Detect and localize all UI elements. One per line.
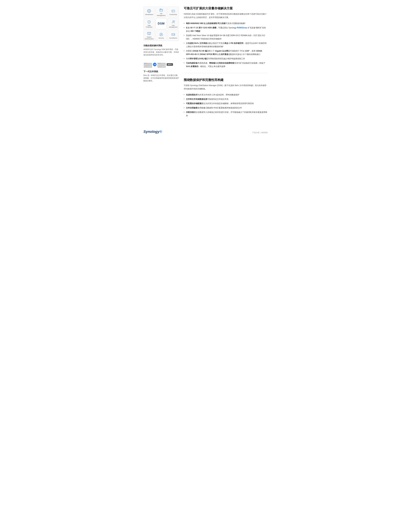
section2: 围绕数据保护和完整性而构建 可借助 Synology DiskStation M… xyxy=(184,78,268,117)
bullet-5: 内置双 10GbE RJ-45 端口和三个 Gigabit 以太网口可借助四个 … xyxy=(184,49,268,56)
fs-section: 下一代文件系统 Btrfs 是一种现代化文件系统，旨在通过元数据镜像、文件自我修… xyxy=(143,70,179,82)
svg-rect-4 xyxy=(160,9,161,9)
user-management-icon xyxy=(171,20,176,24)
dsm-cell-surveillance: Surveillance xyxy=(168,30,179,41)
section1-bullets: 每秒 6688/6662 MB 以上的连续读取/写入性能可支持大型数据传输量² … xyxy=(184,22,268,68)
data-protection-icon xyxy=(147,20,151,24)
dsm-cell-productivity: Productivity xyxy=(168,6,179,18)
section2-intro: 可借助 Synology DiskStation Manager (DSM)（基… xyxy=(184,84,268,91)
bullet-1: 每秒 6688/6662 MB 以上的连续读取/写入性能可支持大型数据传输量² xyxy=(184,22,268,25)
left-column: Virtualization File Management xyxy=(143,6,179,118)
meta-label: META xyxy=(167,63,173,66)
arrow-connector xyxy=(153,63,157,66)
section2-heading: 围绕数据保护和完整性而构建 xyxy=(184,78,268,82)
surveillance-label: Surveillance xyxy=(169,37,177,39)
svg-rect-31 xyxy=(158,64,165,67)
productivity-label: Productivity xyxy=(169,14,177,16)
system-admin-icon xyxy=(147,31,151,36)
svg-point-13 xyxy=(174,21,175,21)
bullet-3-text: 凭借双 Intel Xeon Silver 10 核处理器和 64 GB 内置 … xyxy=(186,34,265,40)
bullet-5-text: 内置双 10GbE RJ-45 端口和三个 Gigabit 以太网口可借助四个 … xyxy=(186,50,262,56)
dsm-cell-user-management: User Management xyxy=(168,18,179,29)
fs-body: Btrfs 是一种现代化文件系统，旨在通过元数据镜像、文件自我修复和快速快照复制… xyxy=(143,74,179,82)
page-footer: Synology® 产品介绍｜HD6500 xyxy=(143,128,268,134)
surveillance-icon xyxy=(171,32,176,37)
bullet-6: 专用带外管理 (OOB) 端口可帮助系统管理员减少维护和故障排除工作 xyxy=(184,57,268,60)
s2-bullet-3-text: 可配置的存储配额通过为共享文件夹指定存储限制，来帮助管理员管理可用空间 xyxy=(186,102,254,105)
svg-point-23 xyxy=(172,34,173,35)
virtualization-label: Virtualization xyxy=(145,14,153,16)
security-icon xyxy=(159,32,163,37)
footer-tagline: 产品介绍｜HD6500 xyxy=(252,131,268,134)
svg-point-12 xyxy=(173,21,174,22)
svg-point-21 xyxy=(161,34,162,35)
os-title: 功能全面的操作系统 xyxy=(143,44,179,47)
dsm-cell-virtualization: Virtualization xyxy=(143,6,155,18)
synology-logo-text: Synology® xyxy=(143,130,162,134)
bullet-4-text: 其先进的 Btrfs 文件系统在默认情况下可支持高达 1 PB 的存储空间，使您… xyxy=(186,42,267,48)
s2-bullet-1: 先进快照技术为共享文件夹和 LUN 提供定时、即时的数据保护 xyxy=(184,93,268,96)
s2-bullet-2: 文件和文件夹级数据还原可恢复特定文件或文件夹 xyxy=(184,97,268,101)
svg-rect-22 xyxy=(172,34,174,36)
dsm-logo-icon: DSM xyxy=(159,21,163,26)
s2-bullet-5: 内联压缩通过在数据写入存储池之前对其进行压缩，尽可能地减少了存储消耗并延长硬盘使… xyxy=(184,111,268,117)
s2-bullet-1-text: 先进快照技术为共享文件夹和 LUN 提供定时、即时的数据保护 xyxy=(186,94,239,96)
s2-bullet-4-text: 文件自我修复使用镜像元数据和 RAID 配置检测并恢复损坏的文件 xyxy=(186,107,242,109)
dsm-grid: Virtualization File Management xyxy=(143,6,179,41)
s2-bullet-4: 文件自我修复使用镜像元数据和 RAID 配置检测并恢复损坏的文件 xyxy=(184,106,268,110)
svg-rect-3 xyxy=(160,9,163,11)
bullet-7: 冗余电源设备和系统风扇、网络端口之间的自动故障转移支持与扩充设备的冗余链路（得益… xyxy=(184,61,268,68)
file-management-label: File Management xyxy=(156,13,166,17)
bullet-2: 配备 60 个 3.5 英寸 SAS HDD 插槽，可通过四台 Synology… xyxy=(184,26,268,33)
bullet-1-text: 每秒 6688/6662 MB 以上的连续读取/写入性能可支持大型数据传输量² xyxy=(186,22,245,25)
dsm-logo-text: DSM xyxy=(158,22,165,25)
data-protection-label: Data Protection xyxy=(144,25,154,28)
os-section: 功能全面的操作系统 HD6500 运行 Synology DSM 操作系统，可提… xyxy=(143,44,179,57)
bullet-3: 凭借双 Intel Xeon Silver 10 核处理器和 64 GB 内置 … xyxy=(184,34,268,41)
section2-bullets: 先进快照技术为共享文件夹和 LUN 提供定时、即时的数据保护 文件和文件夹级数据… xyxy=(184,93,268,117)
bullet-6-text: 专用带外管理 (OOB) 端口可帮助系统管理员减少维护和故障排除工作 xyxy=(186,57,245,60)
page-layout: Virtualization File Management xyxy=(143,6,268,118)
folder-left-icon xyxy=(143,61,152,68)
dsm-cell-security: Security xyxy=(156,30,167,41)
bullet-2-text: 配备 60 个 3.5 英寸 SAS HDD 插槽，可通过四台 Synology… xyxy=(186,27,266,32)
s2-bullet-2-text: 文件和文件夹级数据还原可恢复特定文件或文件夹 xyxy=(186,98,229,100)
virtualization-icon xyxy=(147,9,151,13)
svg-rect-6 xyxy=(172,10,175,12)
security-label: Security xyxy=(159,37,164,39)
dsm-cell-file-management: File Management xyxy=(156,6,167,18)
folder-right-icon xyxy=(157,61,166,68)
svg-rect-25 xyxy=(144,64,151,67)
right-column: 可靠且可扩展的大容量存储解决方案 HD6500 具备大容量和极高可扩展性，对于希… xyxy=(184,6,268,118)
section1: 可靠且可扩展的大容量存储解决方案 HD6500 具备大容量和极高可扩展性，对于希… xyxy=(184,6,268,68)
user-management-label: User Management xyxy=(168,25,178,28)
dsm-cell-data-protection: Data Protection xyxy=(143,18,155,29)
file-management-icon xyxy=(159,8,163,12)
dsm-cell-logo: DSM xyxy=(156,18,167,29)
file-sys-graphic: META xyxy=(143,61,179,68)
dsm-cell-system-admin: System Administration xyxy=(143,30,155,41)
section1-heading: 可靠且可扩展的大容量存储解决方案 xyxy=(184,6,268,10)
s2-bullet-3: 可配置的存储配额通过为共享文件夹指定存储限制，来帮助管理员管理可用空间 xyxy=(184,102,268,105)
arrow-dot-icon xyxy=(153,63,157,66)
synology-logo: Synology® xyxy=(143,130,162,134)
s2-bullet-5-text: 内联压缩通过在数据写入存储池之前对其进行压缩，尽可能地减少了存储消耗并延长硬盘使… xyxy=(186,111,267,117)
os-body: HD6500 运行 Synology DSM 操作系统，可提供强大的存储、高效的… xyxy=(143,48,179,57)
productivity-icon xyxy=(171,9,176,13)
section1-intro: HD6500 具备大容量和极高可扩展性，对于希望将其热和冷数据存储整合到单个高度… xyxy=(184,12,268,19)
fs-title: 下一代文件系统 xyxy=(143,70,179,73)
bullet-4: 其先进的 Btrfs 文件系统在默认情况下可支持高达 1 PB 的存储空间，使您… xyxy=(184,42,268,48)
bullet-7-text: 冗余电源设备和系统风扇、网络端口之间的自动故障转移支持与扩充设备的冗余链路（得益… xyxy=(186,62,265,67)
svg-rect-14 xyxy=(148,32,151,35)
system-admin-label: System Administration xyxy=(144,36,154,40)
